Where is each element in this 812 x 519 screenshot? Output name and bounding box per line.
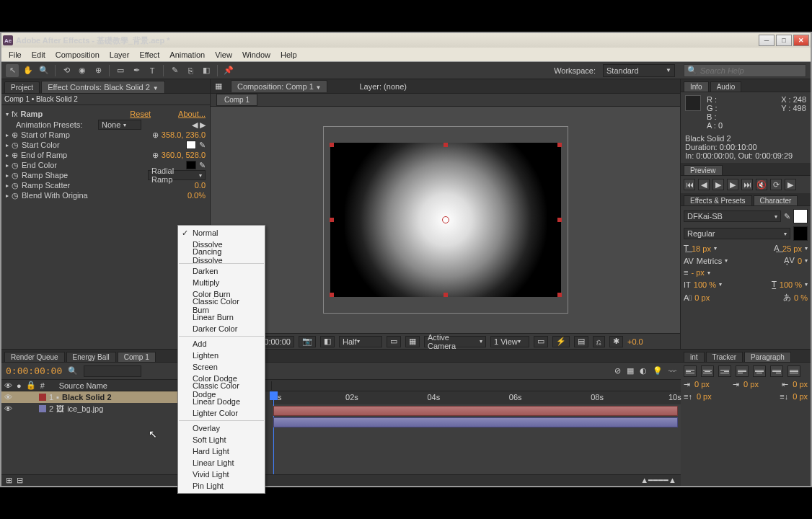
menu-animation[interactable]: Animation: [169, 50, 205, 59]
tab-audio[interactable]: Audio: [710, 81, 742, 92]
fx-icon[interactable]: fx: [12, 110, 18, 118]
type-tool-icon[interactable]: T: [146, 64, 159, 77]
tab-paragraph[interactable]: Paragraph: [744, 352, 791, 362]
menu-view[interactable]: View: [215, 50, 232, 59]
rotation-tool-icon[interactable]: ⟲: [60, 64, 73, 77]
search-help[interactable]: 🔍: [684, 64, 806, 77]
stroke-color-swatch[interactable]: [793, 226, 808, 241]
tab-character[interactable]: Character: [754, 195, 798, 205]
transform-handle[interactable]: [557, 218, 562, 222]
tab-effect-controls[interactable]: Effect Controls: Black Solid 2▼: [41, 81, 165, 93]
menu-layer[interactable]: Layer: [110, 50, 130, 59]
transform-handle[interactable]: [330, 143, 334, 147]
clone-tool-icon[interactable]: ⎘: [184, 64, 197, 77]
flowchart-button[interactable]: ⎌: [593, 336, 605, 347]
blend-mode-item[interactable]: Lighten: [178, 350, 265, 361]
timeline-tracks[interactable]: 0s 02s 04s 06s 08s 10s: [272, 391, 681, 474]
layer-row[interactable]: 👁 1 ▪ Black Solid 2: [1, 391, 178, 403]
camera-dropdown[interactable]: Active Camera ▾: [424, 336, 486, 347]
eye-icon[interactable]: 👁: [4, 404, 12, 413]
anchor-point-icon[interactable]: [442, 216, 449, 223]
stopwatch-icon[interactable]: ◷: [12, 181, 19, 190]
tab-preview[interactable]: Preview: [684, 165, 723, 175]
align-right-button[interactable]: [718, 365, 731, 377]
stopwatch-icon[interactable]: ◷: [12, 161, 19, 170]
transform-handle[interactable]: [557, 293, 562, 297]
ramp-shape-dropdown[interactable]: Radial Ramp▾: [148, 170, 206, 180]
fast-preview-button[interactable]: ⚡: [552, 336, 570, 347]
eyedropper-icon[interactable]: ✎: [199, 141, 206, 150]
menu-effect[interactable]: Effect: [139, 50, 159, 59]
blend-mode-item[interactable]: Screen: [178, 361, 265, 373]
blend-mode-item[interactable]: Lighter Color: [178, 407, 265, 419]
tab-info[interactable]: Info: [684, 81, 709, 92]
transform-handle[interactable]: [557, 143, 562, 147]
channel-button[interactable]: ◧: [320, 336, 335, 347]
justify-all-button[interactable]: [787, 365, 800, 377]
play-button[interactable]: ▶: [712, 179, 724, 190]
tab-layer[interactable]: Layer: (none): [359, 82, 406, 91]
nav-arrows[interactable]: ◀ ▶: [192, 120, 206, 130]
justify-right-button[interactable]: [770, 365, 783, 377]
start-color-swatch[interactable]: [186, 141, 196, 149]
pixel-aspect-button[interactable]: ▭: [534, 336, 548, 347]
motion-blur-icon[interactable]: ◐: [640, 366, 647, 376]
exposure-value[interactable]: +0.0: [627, 337, 643, 346]
search-input[interactable]: [700, 66, 803, 75]
time-ruler[interactable]: 0s 02s 04s 06s 08s 10s: [272, 391, 681, 404]
presets-dropdown[interactable]: None▾: [98, 120, 141, 130]
frame-blend-icon[interactable]: ▦: [627, 366, 634, 376]
crosshair-icon[interactable]: ⊕: [12, 151, 18, 160]
tab-project[interactable]: Project: [4, 81, 40, 93]
font-style-dropdown[interactable]: Regular▾: [684, 228, 790, 239]
puppet-tool-icon[interactable]: 📌: [222, 64, 235, 77]
toggle-modes-icon[interactable]: ⊟: [17, 476, 23, 485]
snapshot-button[interactable]: 📷: [299, 336, 316, 347]
fill-color-swatch[interactable]: [793, 209, 808, 223]
justify-left-button[interactable]: [736, 365, 749, 377]
pen-tool-icon[interactable]: ✒: [130, 64, 143, 77]
eye-icon[interactable]: 👁: [4, 393, 12, 402]
tab-energy-ball[interactable]: Energy Ball: [66, 352, 116, 362]
composition-viewer[interactable]: [211, 107, 680, 333]
close-button[interactable]: ✕: [793, 35, 809, 46]
rect-tool-icon[interactable]: ▭: [114, 64, 127, 77]
roi-button[interactable]: ▭: [387, 336, 401, 347]
transform-handle[interactable]: [330, 293, 334, 297]
timeline-button[interactable]: ▤: [574, 336, 588, 347]
blend-mode-item[interactable]: Linear Light: [178, 457, 265, 469]
exposure-button[interactable]: ✱: [609, 336, 623, 347]
comp-subtab[interactable]: Comp 1: [216, 94, 257, 106]
eyedropper-icon[interactable]: ✎: [199, 161, 206, 170]
transform-handle[interactable]: [443, 293, 448, 297]
reset-link[interactable]: Reset: [130, 110, 151, 118]
blend-value[interactable]: 0.0%: [187, 191, 206, 200]
stopwatch-icon[interactable]: ◷: [12, 171, 19, 180]
pan-behind-tool-icon[interactable]: ⊕: [92, 64, 105, 77]
menu-file[interactable]: File: [9, 50, 22, 59]
point-picker-icon[interactable]: ⊕: [152, 151, 159, 160]
menu-help[interactable]: Help: [281, 50, 297, 59]
about-link[interactable]: About...: [178, 110, 206, 118]
layer-row[interactable]: 👁 2 🖼 ice_bg.jpg: [1, 403, 178, 414]
stopwatch-icon[interactable]: ◷: [12, 191, 19, 200]
ram-preview-button[interactable]: ▶: [785, 179, 796, 190]
align-center-button[interactable]: [701, 365, 714, 377]
resolution-dropdown[interactable]: Half ▾: [339, 336, 382, 347]
blend-mode-item[interactable]: Soft Light: [178, 434, 265, 445]
menu-composition[interactable]: Composition: [56, 50, 100, 59]
maximize-button[interactable]: □: [776, 35, 792, 46]
mute-button[interactable]: 🔇: [756, 179, 767, 190]
blend-mode-item[interactable]: Overlay: [178, 422, 265, 434]
blend-mode-item[interactable]: Multiply: [178, 277, 265, 288]
blend-mode-item[interactable]: Pin Light: [178, 480, 265, 492]
workspace-dropdown[interactable]: Standard▼: [603, 64, 675, 77]
playhead[interactable]: [273, 391, 274, 474]
graph-editor-icon[interactable]: 〰: [668, 367, 676, 376]
last-frame-button[interactable]: ⏭: [741, 179, 753, 190]
loop-button[interactable]: ⟳: [770, 179, 782, 190]
blend-mode-item[interactable]: Vivid Light: [178, 469, 265, 480]
transform-handle[interactable]: [443, 143, 448, 147]
shy-icon[interactable]: ⊘: [614, 366, 621, 376]
selection-tool-icon[interactable]: ↖: [6, 64, 19, 77]
